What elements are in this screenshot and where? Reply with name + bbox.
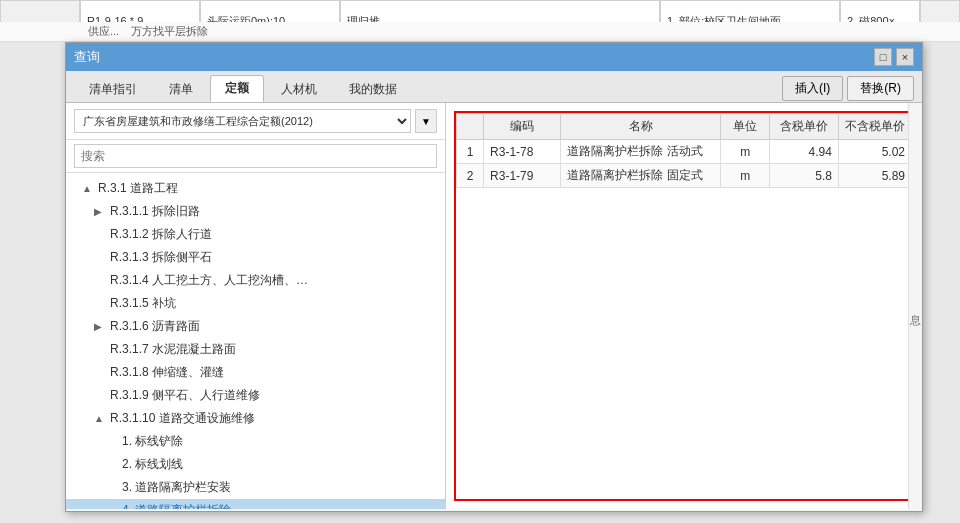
tree-item-r3-1-10-3[interactable]: ▶ 3. 道路隔离护栏安装 — [66, 476, 445, 499]
tree-label-r3-1: R.3.1 道路工程 — [98, 180, 178, 197]
row-notax-price-1: 5.02 — [838, 140, 911, 164]
tree-label-r3-1-7: R.3.1.7 水泥混凝土路面 — [110, 341, 236, 358]
row-code-2: R3-1-79 — [484, 164, 561, 188]
close-button[interactable]: × — [896, 48, 914, 66]
tree-label-r3-1-1: R.3.1.1 拆除旧路 — [110, 203, 200, 220]
tree-label-r3-1-10-1: 1. 标线铲除 — [122, 433, 183, 450]
row-name-1: 道路隔离护栏拆除 活动式 — [561, 140, 721, 164]
tree-item-r3-1-7[interactable]: ▶ R.3.1.7 水泥混凝土路面 — [66, 338, 445, 361]
tree-item-r3-1[interactable]: ▲ R.3.1 道路工程 — [66, 177, 445, 200]
tree-label-r3-1-4: R.3.1.4 人工挖土方、人工挖沟槽、… — [110, 272, 308, 289]
tree-item-r3-1-10-1[interactable]: ▶ 1. 标线铲除 — [66, 430, 445, 453]
row-name-2: 道路隔离护栏拆除 固定式 — [561, 164, 721, 188]
info-side-panel: 息 — [908, 103, 922, 509]
tree-item-r3-1-3[interactable]: ▶ R.3.1.3 拆除侧平石 — [66, 246, 445, 269]
col-header-notax-price: 不含税单价 — [838, 114, 911, 140]
tree-label-r3-1-5: R.3.1.5 补坑 — [110, 295, 176, 312]
tree-container: ▲ R.3.1 道路工程 ▶ R.3.1.1 拆除旧路 ▶ R.3.1.2 拆除… — [66, 173, 445, 509]
row-unit-1: m — [721, 140, 770, 164]
query-dialog: 查询 □ × 清单指引 清单 定额 人材机 我的数据 插入(I) — [65, 42, 923, 512]
replace-button[interactable]: 替换(R) — [847, 76, 914, 101]
results-table-wrapper: 编码 名称 单位 含税单价 不含税单价 1 R3-1-78 道路隔离护栏拆除 活… — [454, 111, 914, 501]
row-num-1: 1 — [457, 140, 484, 164]
bg-supplier: 供应... — [88, 24, 119, 39]
tree-label-r3-1-9: R.3.1.9 侧平石、人行道维修 — [110, 387, 260, 404]
col-header-tax-price: 含税单价 — [769, 114, 838, 140]
tab-wode-data[interactable]: 我的数据 — [334, 76, 412, 102]
replace-label: 替换(R) — [860, 81, 901, 95]
insert-label: 插入(I) — [795, 81, 830, 95]
dropdown-arrow-icon: ▼ — [421, 116, 431, 127]
tab-rencaiji-label: 人材机 — [281, 82, 317, 96]
tree-item-r3-1-2[interactable]: ▶ R.3.1.2 拆除人行道 — [66, 223, 445, 246]
tab-qingdan-zhiyin[interactable]: 清单指引 — [74, 76, 152, 102]
tree-arrow-r3-1-6: ▶ — [94, 321, 106, 332]
tab-rencaiji[interactable]: 人材机 — [266, 76, 332, 102]
minimize-icon: □ — [880, 51, 887, 63]
tree-label-r3-1-10: R.3.1.10 道路交通设施维修 — [110, 410, 255, 427]
tree-label-r3-1-10-3: 3. 道路隔离护栏安装 — [122, 479, 231, 496]
col-header-name: 名称 — [561, 114, 721, 140]
row-unit-2: m — [721, 164, 770, 188]
background-row2: 供应... 万方找平层拆除 — [0, 22, 960, 42]
quota-select[interactable]: 广东省房屋建筑和市政修缮工程综合定额(2012) — [74, 109, 411, 133]
tree-item-r3-1-8[interactable]: ▶ R.3.1.8 伸缩缝、灌缝 — [66, 361, 445, 384]
tree-label-r3-1-2: R.3.1.2 拆除人行道 — [110, 226, 212, 243]
tree-item-r3-1-1[interactable]: ▶ R.3.1.1 拆除旧路 — [66, 200, 445, 223]
dialog-body: 广东省房屋建筑和市政修缮工程综合定额(2012) ▼ ▲ R.3.1 道路工程 … — [66, 103, 922, 509]
table-row[interactable]: 1 R3-1-78 道路隔离护栏拆除 活动式 m 4.94 5.02 — [457, 140, 912, 164]
dialog-title: 查询 — [74, 48, 100, 66]
tree-arrow-r3-1: ▲ — [82, 183, 94, 194]
col-header-code: 编码 — [484, 114, 561, 140]
results-table: 编码 名称 单位 含税单价 不含税单价 1 R3-1-78 道路隔离护栏拆除 活… — [456, 113, 912, 188]
tab-bar: 清单指引 清单 定额 人材机 我的数据 插入(I) 替换(R) — [66, 71, 922, 103]
bg-info: 万方找平层拆除 — [131, 24, 208, 39]
tree-item-r3-1-4[interactable]: ▶ R.3.1.4 人工挖土方、人工挖沟槽、… — [66, 269, 445, 292]
tab-qingdan-label: 清单 — [169, 82, 193, 96]
tree-item-r3-1-9[interactable]: ▶ R.3.1.9 侧平石、人行道维修 — [66, 384, 445, 407]
tab-actions: 插入(I) 替换(R) — [782, 76, 914, 101]
tree-label-r3-1-8: R.3.1.8 伸缩缝、灌缝 — [110, 364, 224, 381]
tree-arrow-r3-1-1: ▶ — [94, 206, 106, 217]
row-tax-price-1: 4.94 — [769, 140, 838, 164]
col-header-unit: 单位 — [721, 114, 770, 140]
tab-wode-label: 我的数据 — [349, 82, 397, 96]
search-row — [66, 140, 445, 173]
tree-item-r3-1-10-2[interactable]: ▶ 2. 标线划线 — [66, 453, 445, 476]
table-row[interactable]: 2 R3-1-79 道路隔离护栏拆除 固定式 m 5.8 5.89 — [457, 164, 912, 188]
row-num-2: 2 — [457, 164, 484, 188]
tree-item-r3-1-6[interactable]: ▶ R.3.1.6 沥青路面 — [66, 315, 445, 338]
tree-label-r3-1-6: R.3.1.6 沥青路面 — [110, 318, 200, 335]
row-code-1: R3-1-78 — [484, 140, 561, 164]
tab-dinge-label: 定额 — [225, 81, 249, 95]
tab-qingdan[interactable]: 清单 — [154, 76, 208, 102]
search-input[interactable] — [74, 144, 437, 168]
tab-dinge[interactable]: 定额 — [210, 75, 264, 102]
row-notax-price-2: 5.89 — [838, 164, 911, 188]
dropdown-arrow-button[interactable]: ▼ — [415, 109, 437, 133]
dialog-titlebar: 查询 □ × — [66, 43, 922, 71]
tree-item-r3-1-5[interactable]: ▶ R.3.1.5 补坑 — [66, 292, 445, 315]
tree-label-r3-1-10-4: 4. 道路隔离护栏拆除 — [122, 502, 231, 509]
tab-qingdan-zhiyin-label: 清单指引 — [89, 82, 137, 96]
right-panel: 编码 名称 单位 含税单价 不含税单价 1 R3-1-78 道路隔离护栏拆除 活… — [446, 103, 922, 509]
titlebar-buttons: □ × — [874, 48, 914, 66]
tree-item-r3-1-10[interactable]: ▲ R.3.1.10 道路交通设施维修 — [66, 407, 445, 430]
tree-label-r3-1-10-2: 2. 标线划线 — [122, 456, 183, 473]
tree-arrow-r3-1-10: ▲ — [94, 413, 106, 424]
col-header-num — [457, 114, 484, 140]
tree-label-r3-1-3: R.3.1.3 拆除侧平石 — [110, 249, 212, 266]
tree-item-r3-1-10-4[interactable]: ▶ 4. 道路隔离护栏拆除 — [66, 499, 445, 509]
close-icon: × — [902, 51, 908, 63]
dropdown-row: 广东省房屋建筑和市政修缮工程综合定额(2012) ▼ — [66, 103, 445, 140]
insert-button[interactable]: 插入(I) — [782, 76, 843, 101]
info-label: 息 — [908, 305, 923, 307]
row-tax-price-2: 5.8 — [769, 164, 838, 188]
left-panel: 广东省房屋建筑和市政修缮工程综合定额(2012) ▼ ▲ R.3.1 道路工程 … — [66, 103, 446, 509]
minimize-button[interactable]: □ — [874, 48, 892, 66]
